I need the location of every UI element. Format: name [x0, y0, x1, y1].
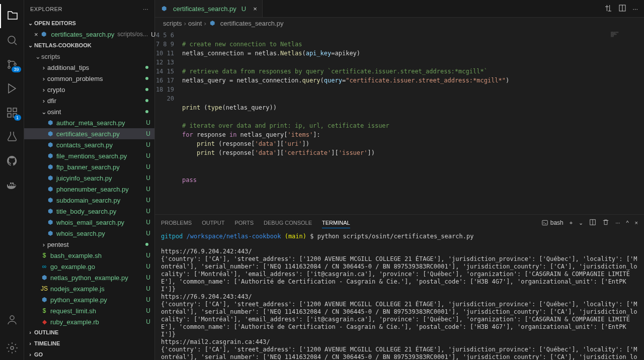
item-label: crypto	[47, 86, 65, 94]
file-item[interactable]: ⬢ftp_banner_search.pyU	[24, 161, 154, 172]
item-label: author_meta_search.py	[56, 119, 125, 127]
chevron-right-icon: ›	[40, 97, 47, 105]
editor-tab[interactable]: ⬢ certificates_search.py U ×	[155, 0, 263, 17]
activity-bar: 39 1	[0, 0, 24, 360]
explorer-icon[interactable]	[0, 4, 24, 28]
add-terminal-icon[interactable]: +	[570, 220, 573, 226]
open-editors-section[interactable]: ⌄ OPEN EDITORS	[24, 18, 154, 29]
folder-item[interactable]: ›dfir	[24, 95, 154, 106]
svg-rect-4	[8, 108, 11, 112]
git-status: U	[146, 197, 150, 204]
git-status-dot	[145, 99, 148, 102]
terminal-shell-label[interactable]: bash	[541, 219, 564, 226]
ext-badge: 1	[14, 115, 21, 121]
search-icon[interactable]	[0, 28, 24, 52]
chevron-down-icon[interactable]: ⌄	[579, 220, 583, 226]
svg-point-3	[14, 63, 16, 65]
terminal-output[interactable]: gitpod /workspace/netlas-cookbook (main)…	[155, 231, 644, 360]
file-item[interactable]: ⬢file_mentions_search.pyU	[24, 150, 154, 161]
file-item[interactable]: ◆ruby_example.rbU	[24, 316, 154, 327]
tab-problems[interactable]: PROBLEMS	[161, 218, 192, 228]
close-icon[interactable]: ×	[34, 31, 38, 38]
split-terminal-icon[interactable]	[589, 219, 596, 227]
trash-icon[interactable]	[602, 219, 609, 227]
more-icon[interactable]: ···	[632, 5, 638, 13]
file-item[interactable]: $request_limit.shU	[24, 305, 154, 316]
account-icon[interactable]	[0, 308, 24, 332]
chevron-right-icon: ›	[40, 86, 47, 94]
file-item[interactable]: ⬢contacts_search.pyU	[24, 139, 154, 150]
folder-item[interactable]: ⌄osint	[24, 106, 154, 117]
folder-item[interactable]: ›pentest	[24, 239, 154, 250]
sh-file-icon: $	[40, 252, 48, 259]
git-status: U	[146, 130, 150, 137]
py-file-icon: ⬢	[46, 130, 54, 137]
file-item[interactable]: JSnodejs_example.jsU	[24, 283, 154, 294]
file-item[interactable]: ∞go_example.goU	[24, 261, 154, 272]
item-label: go_example.go	[50, 263, 95, 271]
file-item[interactable]: ⬢author_meta_search.pyU	[24, 117, 154, 128]
item-label: python_example.py	[50, 296, 107, 304]
folder-item[interactable]: ›common_problems	[24, 73, 154, 84]
git-status-dot	[145, 110, 148, 113]
extensions-icon[interactable]: 1	[0, 101, 24, 125]
chevron-right-icon: ›	[40, 75, 47, 82]
file-item[interactable]: ⬢whois_email_search.pyU	[24, 217, 154, 228]
file-item[interactable]: ⬢python_example.pyU	[24, 294, 154, 305]
code-content[interactable]: # create new connection to Netlas netlas…	[182, 29, 604, 214]
item-label: whois_search.py	[56, 230, 105, 237]
sidebar-header: EXPLORER ···	[24, 0, 154, 18]
testing-icon[interactable]	[0, 125, 24, 149]
item-label: additional_tips	[47, 64, 89, 71]
file-item[interactable]: ⬢netlas_python_example.pyU	[24, 272, 154, 283]
close-icon[interactable]: ×	[253, 5, 257, 13]
item-label: ftp_banner_search.py	[56, 163, 120, 171]
file-item[interactable]: $bash_example.shU	[24, 250, 154, 261]
github-icon[interactable]	[0, 149, 24, 173]
tab-debug-console[interactable]: DEBUG CONSOLE	[264, 218, 312, 228]
timeline-section[interactable]: › TIMELINE	[24, 338, 154, 349]
project-section[interactable]: ⌄ NETLAS-COOKBOOK	[24, 40, 154, 51]
run-debug-icon[interactable]	[0, 76, 24, 101]
file-item[interactable]: ⬢whois_search.pyU	[24, 228, 154, 239]
svg-point-0	[8, 36, 15, 43]
file-item[interactable]: ⬢subdomain_search.pyU	[24, 195, 154, 206]
item-label: contacts_search.py	[56, 141, 113, 149]
open-editor-entry[interactable]: × ⬢ certificates_search.py scripts/os...…	[24, 29, 154, 40]
py-file-icon: ⬢	[46, 119, 54, 126]
item-label: phonenumber_search.py	[56, 186, 129, 193]
more-icon[interactable]: ···	[143, 6, 148, 12]
item-label: certificates_search.py	[56, 130, 120, 138]
source-control-icon[interactable]: 39	[0, 52, 24, 76]
git-status: U	[146, 263, 150, 270]
docker-icon[interactable]	[0, 173, 24, 197]
close-icon[interactable]: ×	[635, 220, 638, 226]
tab-terminal[interactable]: TERMINAL	[322, 218, 350, 228]
git-status: U	[146, 141, 150, 148]
split-editor-icon[interactable]	[618, 4, 626, 14]
item-label: osint	[47, 108, 61, 116]
outline-section[interactable]: › OUTLINE	[24, 327, 154, 338]
chevron-up-icon[interactable]: ^	[626, 220, 628, 226]
more-icon[interactable]: ···	[615, 220, 620, 226]
go-file-icon: ∞	[40, 263, 48, 270]
go-section[interactable]: › GO	[24, 349, 154, 360]
folder-item[interactable]: ›additional_tips	[24, 62, 154, 73]
file-item[interactable]: ⬢juicyinfo_search.pyU	[24, 172, 154, 184]
git-status: U	[146, 119, 150, 126]
folder-item[interactable]: ⌄scripts	[24, 51, 154, 62]
item-label: whois_email_search.py	[56, 219, 124, 226]
compare-icon[interactable]	[604, 4, 612, 14]
tab-output[interactable]: OUTPUT	[202, 218, 224, 228]
git-status: U	[146, 274, 150, 281]
file-item[interactable]: ⬢certificates_search.pyU	[24, 128, 154, 139]
settings-gear-icon[interactable]	[0, 336, 24, 360]
file-item[interactable]: ⬢phonenumber_search.pyU	[24, 184, 154, 195]
minimap[interactable]: ████ ██ ██████ ██████████████ ██████	[604, 29, 644, 214]
breadcrumbs[interactable]: scripts › osint › ⬢ certificates_search.…	[155, 18, 644, 29]
file-item[interactable]: ⬢title_body_search.pyU	[24, 206, 154, 217]
editor[interactable]: 4 5 6 7 8 9 10 11 12 13 14 15 16 17 18 1…	[155, 29, 644, 214]
tab-ports[interactable]: PORTS	[234, 218, 254, 228]
py-file-icon: ⬢	[40, 296, 48, 303]
folder-item[interactable]: ›crypto	[24, 84, 154, 95]
